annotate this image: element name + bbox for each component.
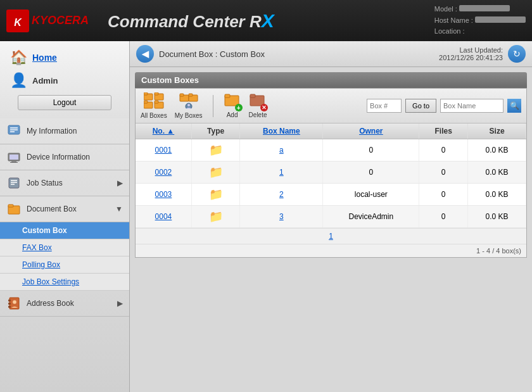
box-name-link[interactable]: a	[279, 146, 284, 155]
content-inner: Custom Boxes	[130, 67, 532, 392]
sidebar-item-address-book[interactable]: Address Book ▶	[0, 291, 129, 317]
cell-owner: DeviceAdmin	[323, 206, 419, 228]
col-owner: Owner	[323, 123, 419, 139]
device-information-icon	[6, 149, 22, 165]
col-files: Files	[419, 123, 468, 139]
delete-icon: ✕	[249, 93, 267, 110]
address-book-icon	[6, 296, 22, 311]
box-name-link[interactable]: 3	[279, 212, 284, 221]
cell-owner: 0	[323, 161, 419, 184]
section-title: Custom Boxes	[135, 72, 527, 88]
box-number-input[interactable]	[367, 99, 402, 113]
box-name-link[interactable]: 1	[279, 168, 284, 177]
add-button[interactable]: + Add	[224, 93, 241, 118]
back-button[interactable]: ◀	[136, 45, 154, 63]
cell-no: 0004	[136, 206, 191, 228]
subnav-job-box-settings[interactable]: Job Box Settings	[0, 274, 129, 291]
chevron-right-icon: ▶	[117, 299, 123, 308]
col-no: No. ▲	[136, 123, 191, 139]
all-boxes-label: All Boxes	[141, 112, 167, 119]
cell-size: 0.0 KB	[468, 139, 526, 161]
home-icon: 🏠	[10, 49, 27, 66]
col-size: Size	[468, 123, 526, 139]
svg-rect-9	[10, 162, 18, 163]
toolbar-divider	[213, 95, 213, 117]
content-area: ◀ Document Box : Custom Box Last Updated…	[130, 41, 532, 392]
add-icon: +	[224, 93, 241, 110]
my-boxes-button[interactable]: My Boxes	[175, 92, 203, 119]
document-box-subnav: Custom Box FAX Box Polling Box Job Box S…	[0, 222, 129, 291]
hostname-value	[475, 16, 526, 23]
svg-rect-30	[180, 94, 184, 96]
sidebar-item-my-information[interactable]: My Information	[0, 118, 129, 144]
folder-icon: 📁	[209, 144, 223, 156]
folder-icon: 📁	[209, 210, 223, 223]
svg-rect-38	[250, 94, 255, 98]
search-section: Go to 🔍	[367, 99, 521, 113]
add-label: Add	[227, 111, 238, 118]
last-updated: Last Updated: 2012/12/26 20:41:23	[439, 46, 503, 61]
svg-rect-15	[8, 205, 13, 207]
home-link[interactable]: 🏠 Home	[5, 46, 124, 69]
table-row: 0001 📁 a 0 0 0.0 KB	[136, 139, 526, 161]
cell-box-name: 1	[240, 161, 323, 184]
subnav-fax-box[interactable]: FAX Box	[0, 239, 129, 256]
subnav-custom-box[interactable]: Custom Box	[0, 222, 129, 239]
delete-button[interactable]: ✕ Delete	[249, 93, 267, 118]
cell-owner: 0	[323, 139, 419, 161]
cell-type: 📁	[191, 206, 239, 228]
svg-rect-22	[144, 92, 148, 95]
subnav-polling-box[interactable]: Polling Box	[0, 256, 129, 274]
search-button[interactable]: 🔍	[507, 99, 521, 113]
svg-rect-28	[155, 101, 158, 103]
admin-label: Admin	[32, 76, 58, 85]
box-no-link[interactable]: 0003	[155, 190, 172, 199]
cell-type: 📁	[191, 139, 239, 161]
table-row: 0004 📁 3 DeviceAdmin 0 0.0 KB	[136, 206, 526, 228]
page-1-link[interactable]: 1	[329, 232, 333, 241]
box-no-link[interactable]: 0002	[155, 168, 172, 177]
breadcrumb-left: ◀ Document Box : Custom Box	[136, 45, 265, 63]
svg-rect-26	[144, 101, 148, 103]
cell-box-name: 2	[240, 184, 323, 206]
breadcrumb-right: Last Updated: 2012/12/26 20:41:23 ↻	[439, 45, 526, 63]
box-no-link[interactable]: 0001	[155, 146, 172, 155]
logout-button[interactable]: Logout	[18, 95, 111, 110]
sidebar-item-job-status[interactable]: Job Status ▶	[0, 170, 129, 196]
cell-size: 0.0 KB	[468, 161, 526, 184]
breadcrumb-bar: ◀ Document Box : Custom Box Last Updated…	[130, 41, 532, 67]
all-boxes-button[interactable]: All Boxes	[141, 92, 167, 119]
cell-no: 0001	[136, 139, 191, 161]
refresh-button[interactable]: ↻	[508, 45, 526, 63]
model-value	[459, 5, 510, 11]
logo-area: K KYOCERA Command Center RX	[6, 9, 274, 32]
svg-rect-36	[225, 94, 230, 98]
cell-size: 0.0 KB	[468, 206, 526, 228]
cell-files: 0	[419, 184, 468, 206]
sidebar-item-device-information[interactable]: Device Information	[0, 144, 129, 170]
app-title: Command Center RX	[108, 12, 274, 31]
box-no-link[interactable]: 0004	[155, 212, 172, 221]
chevron-right-icon: ▶	[117, 179, 123, 187]
home-label: Home	[32, 53, 57, 63]
total-info: 1 - 4 / 4 box(s)	[136, 244, 526, 257]
cell-files: 0	[419, 139, 468, 161]
admin-section: 👤 Admin	[5, 69, 124, 92]
table-row: 0002 📁 1 0 0 0.0 KB	[136, 161, 526, 184]
svg-rect-17	[8, 300, 11, 301]
sidebar-item-label: Document Box	[27, 205, 110, 213]
col-box-name: Box Name	[240, 123, 323, 139]
svg-rect-32	[189, 94, 193, 96]
box-name-link[interactable]: 2	[279, 190, 284, 199]
all-boxes-icon	[144, 92, 164, 111]
svg-point-20	[13, 300, 16, 304]
goto-button[interactable]: Go to	[405, 99, 436, 113]
sidebar-item-label: Device Information	[27, 153, 123, 161]
sidebar-item-label: Address Book	[27, 299, 112, 308]
header: K KYOCERA Command Center RX Model : Host…	[0, 0, 532, 41]
box-name-input[interactable]	[440, 99, 504, 113]
svg-rect-7	[10, 155, 18, 160]
sidebar-top: 🏠 Home 👤 Admin Logout	[0, 41, 129, 118]
svg-point-34	[187, 104, 190, 106]
sidebar-item-document-box[interactable]: Document Box ▼	[0, 196, 129, 222]
